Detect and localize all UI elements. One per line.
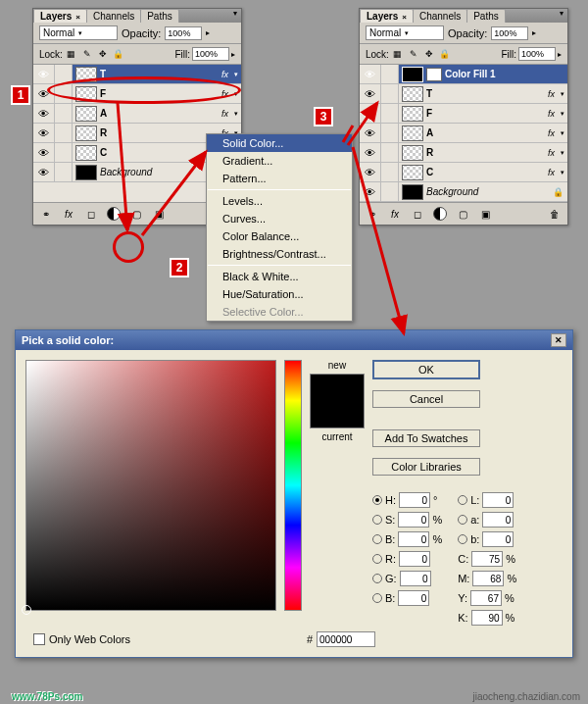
visibility-icon[interactable]: 👁 <box>365 167 375 178</box>
menu-selective-color[interactable]: Selective Color... <box>207 303 352 321</box>
radio-s[interactable] <box>372 515 382 525</box>
delete-layer-icon[interactable]: 🗑 <box>544 205 565 223</box>
lock-all-icon[interactable]: 🔒 <box>438 47 452 61</box>
fill-input[interactable]: 100% <box>518 47 556 61</box>
add-to-swatches-button[interactable]: Add To Swatches <box>372 429 480 447</box>
new-layer-icon[interactable]: ▣ <box>148 205 170 223</box>
color-field[interactable] <box>25 360 276 611</box>
layer-row[interactable]: 👁Cfx▾ <box>360 163 567 182</box>
tab-paths[interactable]: Paths <box>140 9 179 23</box>
menu-gradient[interactable]: Gradient... <box>207 152 352 170</box>
b-input[interactable] <box>482 531 514 547</box>
lock-transparent-icon[interactable]: ▦ <box>65 47 78 61</box>
panel-collapse-icon[interactable]: ▾ <box>556 9 567 23</box>
opacity-input[interactable]: 100% <box>491 26 528 40</box>
radio-b[interactable] <box>458 534 467 544</box>
visibility-icon[interactable]: 👁 <box>38 167 49 178</box>
k-input[interactable] <box>471 610 503 626</box>
visibility-icon[interactable]: 👁 <box>365 108 375 120</box>
a-input[interactable] <box>482 512 514 528</box>
lock-pixels-icon[interactable]: ✎ <box>407 47 420 61</box>
layer-style-icon[interactable]: fx <box>384 205 406 223</box>
visibility-icon[interactable]: 👁 <box>38 147 49 159</box>
cancel-button[interactable]: Cancel <box>372 390 480 408</box>
layer-row[interactable]: 👁Rfx▾ <box>360 143 567 163</box>
lock-position-icon[interactable]: ✥ <box>96 47 110 61</box>
lock-position-icon[interactable]: ✥ <box>422 47 436 61</box>
radio-bv[interactable] <box>372 534 382 544</box>
tab-channels[interactable]: Channels <box>86 9 141 23</box>
bv-input[interactable] <box>398 531 429 547</box>
layer-row[interactable]: 👁Ffx▾ <box>360 104 567 124</box>
adjustment-layer-icon[interactable] <box>103 205 124 223</box>
menu-black-white[interactable]: Black & White... <box>207 268 352 285</box>
visibility-icon[interactable]: 👁 <box>365 69 375 80</box>
layer-row[interactable]: 👁Color Fill 1 <box>360 65 567 84</box>
visibility-icon[interactable]: 👁 <box>38 69 49 80</box>
visibility-icon[interactable]: 👁 <box>38 88 49 100</box>
panel-collapse-icon[interactable]: ▾ <box>229 9 241 23</box>
blend-mode-dropdown[interactable]: Normal▾ <box>366 25 444 40</box>
radio-l[interactable] <box>458 495 467 505</box>
l-input[interactable] <box>482 492 514 508</box>
radio-g[interactable] <box>372 574 382 583</box>
link-layers-icon[interactable]: ⚭ <box>35 205 57 223</box>
h-input[interactable] <box>399 492 430 508</box>
menu-color-balance[interactable]: Color Balance... <box>207 227 352 245</box>
current-color[interactable] <box>311 401 364 427</box>
layer-mask-icon[interactable]: ◻ <box>80 205 102 223</box>
g-input[interactable] <box>400 571 431 586</box>
s-input[interactable] <box>398 512 429 528</box>
fill-input[interactable]: 100% <box>192 47 229 61</box>
visibility-icon[interactable]: 👁 <box>365 88 375 100</box>
layer-row[interactable]: 👁Ffx▾ <box>33 84 241 104</box>
adjustment-layer-icon[interactable] <box>429 205 451 223</box>
radio-a[interactable] <box>458 515 467 525</box>
visibility-icon[interactable]: 👁 <box>365 127 375 139</box>
hex-input[interactable] <box>317 631 375 647</box>
color-libraries-button[interactable]: Color Libraries <box>372 458 480 476</box>
radio-r[interactable] <box>372 554 382 564</box>
menu-brightness-contrast[interactable]: Brightness/Contrast... <box>207 245 352 263</box>
new-group-icon[interactable]: ▢ <box>452 205 473 223</box>
tab-layers[interactable]: Layers× <box>360 9 414 23</box>
layer-row[interactable]: 👁Afx▾ <box>360 124 567 143</box>
lock-pixels-icon[interactable]: ✎ <box>80 47 94 61</box>
menu-hue-saturation[interactable]: Hue/Saturation... <box>207 285 352 303</box>
visibility-icon[interactable]: 👁 <box>38 108 49 120</box>
visibility-icon[interactable]: 👁 <box>365 147 375 159</box>
lock-all-icon[interactable]: 🔒 <box>112 47 125 61</box>
radio-h[interactable] <box>372 495 382 505</box>
radio-blue[interactable] <box>372 593 382 603</box>
layer-style-icon[interactable]: fx <box>58 205 79 223</box>
y-input[interactable] <box>470 590 502 606</box>
menu-curves[interactable]: Curves... <box>207 210 352 227</box>
m-input[interactable] <box>472 571 504 586</box>
new-layer-icon[interactable]: ▣ <box>474 205 496 223</box>
blend-mode-dropdown[interactable]: Normal▾ <box>39 25 118 40</box>
layer-row[interactable]: 👁Background🔒 <box>360 182 567 202</box>
blue-input[interactable] <box>398 590 429 606</box>
visibility-icon[interactable]: 👁 <box>38 127 49 139</box>
menu-pattern[interactable]: Pattern... <box>207 170 352 187</box>
layer-row[interactable]: 👁Tfx▾ <box>33 65 241 84</box>
new-group-icon[interactable]: ▢ <box>125 205 147 223</box>
visibility-icon[interactable]: 👁 <box>365 186 375 198</box>
lock-transparent-icon[interactable]: ▦ <box>391 47 405 61</box>
layer-row[interactable]: 👁Tfx▾ <box>360 84 567 104</box>
ok-button[interactable]: OK <box>372 360 480 379</box>
hue-slider[interactable] <box>284 360 302 611</box>
r-input[interactable] <box>399 551 430 567</box>
close-button[interactable]: ✕ <box>551 333 566 347</box>
layer-mask-icon[interactable]: ◻ <box>407 205 428 223</box>
layer-row[interactable]: 👁Afx▾ <box>33 104 241 124</box>
tab-channels[interactable]: Channels <box>413 9 467 23</box>
web-colors-checkbox[interactable] <box>33 633 45 645</box>
menu-levels[interactable]: Levels... <box>207 192 352 210</box>
link-layers-icon[interactable]: ⚭ <box>362 205 383 223</box>
tab-paths[interactable]: Paths <box>466 9 506 23</box>
tab-layers[interactable]: Layers× <box>33 9 87 23</box>
opacity-input[interactable]: 100% <box>165 26 202 40</box>
menu-solid-color[interactable]: Solid Color... <box>207 134 352 152</box>
c-input[interactable] <box>471 551 503 567</box>
